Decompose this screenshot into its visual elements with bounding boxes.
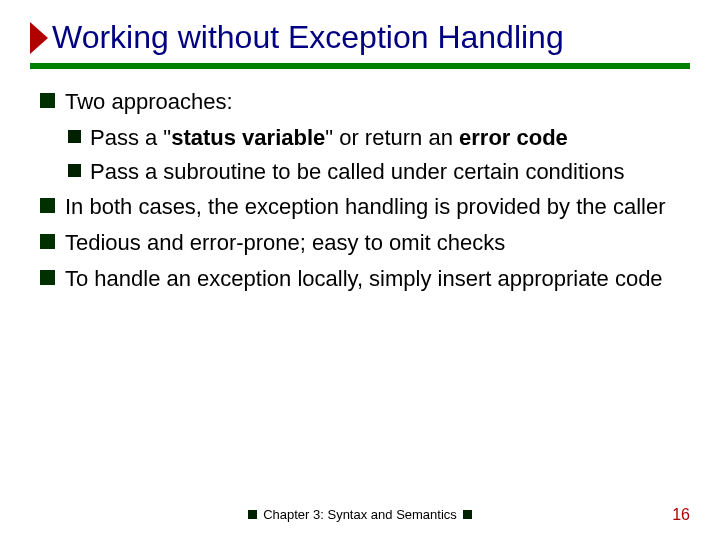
- bold-text: status variable: [171, 125, 325, 150]
- bullet-item: To handle an exception locally, simply i…: [40, 264, 682, 294]
- square-bullet-icon: [248, 510, 257, 519]
- arrow-icon: [30, 22, 48, 54]
- slide-title: Working without Exception Handling: [52, 20, 564, 55]
- bullet-text: Two approaches:: [65, 87, 682, 117]
- bullet-item: In both cases, the exception handling is…: [40, 192, 682, 222]
- square-bullet-icon: [40, 234, 55, 249]
- square-bullet-icon: [68, 164, 81, 177]
- title-underline: [30, 63, 690, 69]
- square-bullet-icon: [40, 270, 55, 285]
- bullet-item: Pass a "status variable" or return an er…: [68, 123, 682, 153]
- slide-content: Two approaches: Pass a "status variable"…: [30, 87, 690, 293]
- bullet-item: Two approaches:: [40, 87, 682, 117]
- square-bullet-icon: [463, 510, 472, 519]
- footer-text: Chapter 3: Syntax and Semantics: [263, 507, 457, 522]
- square-bullet-icon: [40, 198, 55, 213]
- title-row: Working without Exception Handling: [30, 20, 690, 55]
- bullet-text: In both cases, the exception handling is…: [65, 192, 682, 222]
- bullet-item: Pass a subroutine to be called under cer…: [68, 157, 682, 187]
- square-bullet-icon: [68, 130, 81, 143]
- bullet-text: To handle an exception locally, simply i…: [65, 264, 682, 294]
- bullet-text: Pass a subroutine to be called under cer…: [90, 157, 682, 187]
- bullet-item: Tedious and error-prone; easy to omit ch…: [40, 228, 682, 258]
- bold-text: error code: [459, 125, 568, 150]
- text-fragment: Pass a ": [90, 125, 171, 150]
- bullet-text: Pass a "status variable" or return an er…: [90, 123, 682, 153]
- page-number: 16: [672, 506, 690, 524]
- slide: Working without Exception Handling Two a…: [0, 0, 720, 540]
- text-fragment: " or return an: [325, 125, 459, 150]
- square-bullet-icon: [40, 93, 55, 108]
- bullet-text: Tedious and error-prone; easy to omit ch…: [65, 228, 682, 258]
- footer: Chapter 3: Syntax and Semantics: [0, 507, 720, 522]
